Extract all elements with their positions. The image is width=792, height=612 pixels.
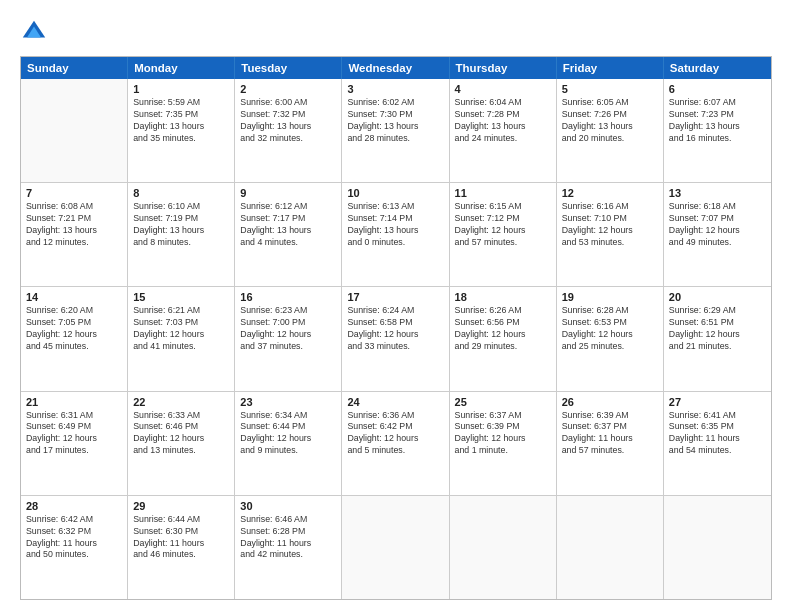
cell-info: Sunrise: 5:59 AM Sunset: 7:35 PM Dayligh… [133, 97, 229, 145]
cal-cell: 23Sunrise: 6:34 AM Sunset: 6:44 PM Dayli… [235, 392, 342, 495]
calendar: SundayMondayTuesdayWednesdayThursdayFrid… [20, 56, 772, 600]
day-number: 26 [562, 396, 658, 408]
cal-cell: 26Sunrise: 6:39 AM Sunset: 6:37 PM Dayli… [557, 392, 664, 495]
day-number: 18 [455, 291, 551, 303]
cal-header-cell: Tuesday [235, 57, 342, 79]
cell-info: Sunrise: 6:29 AM Sunset: 6:51 PM Dayligh… [669, 305, 766, 353]
cal-cell: 7Sunrise: 6:08 AM Sunset: 7:21 PM Daylig… [21, 183, 128, 286]
cal-cell [342, 496, 449, 599]
logo [20, 18, 52, 46]
day-number: 9 [240, 187, 336, 199]
day-number: 19 [562, 291, 658, 303]
cell-info: Sunrise: 6:02 AM Sunset: 7:30 PM Dayligh… [347, 97, 443, 145]
cal-cell: 3Sunrise: 6:02 AM Sunset: 7:30 PM Daylig… [342, 79, 449, 182]
cal-cell: 11Sunrise: 6:15 AM Sunset: 7:12 PM Dayli… [450, 183, 557, 286]
cell-info: Sunrise: 6:36 AM Sunset: 6:42 PM Dayligh… [347, 410, 443, 458]
cal-cell: 29Sunrise: 6:44 AM Sunset: 6:30 PM Dayli… [128, 496, 235, 599]
cal-cell: 30Sunrise: 6:46 AM Sunset: 6:28 PM Dayli… [235, 496, 342, 599]
cell-info: Sunrise: 6:41 AM Sunset: 6:35 PM Dayligh… [669, 410, 766, 458]
cell-info: Sunrise: 6:20 AM Sunset: 7:05 PM Dayligh… [26, 305, 122, 353]
cell-info: Sunrise: 6:12 AM Sunset: 7:17 PM Dayligh… [240, 201, 336, 249]
day-number: 27 [669, 396, 766, 408]
cell-info: Sunrise: 6:13 AM Sunset: 7:14 PM Dayligh… [347, 201, 443, 249]
cell-info: Sunrise: 6:46 AM Sunset: 6:28 PM Dayligh… [240, 514, 336, 562]
day-number: 11 [455, 187, 551, 199]
cal-cell: 21Sunrise: 6:31 AM Sunset: 6:49 PM Dayli… [21, 392, 128, 495]
cal-cell: 2Sunrise: 6:00 AM Sunset: 7:32 PM Daylig… [235, 79, 342, 182]
cal-header-cell: Friday [557, 57, 664, 79]
cal-row: 1Sunrise: 5:59 AM Sunset: 7:35 PM Daylig… [21, 79, 771, 182]
day-number: 21 [26, 396, 122, 408]
cal-cell: 27Sunrise: 6:41 AM Sunset: 6:35 PM Dayli… [664, 392, 771, 495]
cal-cell: 20Sunrise: 6:29 AM Sunset: 6:51 PM Dayli… [664, 287, 771, 390]
day-number: 10 [347, 187, 443, 199]
cell-info: Sunrise: 6:07 AM Sunset: 7:23 PM Dayligh… [669, 97, 766, 145]
cal-cell: 13Sunrise: 6:18 AM Sunset: 7:07 PM Dayli… [664, 183, 771, 286]
day-number: 25 [455, 396, 551, 408]
cell-info: Sunrise: 6:08 AM Sunset: 7:21 PM Dayligh… [26, 201, 122, 249]
cell-info: Sunrise: 6:10 AM Sunset: 7:19 PM Dayligh… [133, 201, 229, 249]
cal-cell [21, 79, 128, 182]
cell-info: Sunrise: 6:39 AM Sunset: 6:37 PM Dayligh… [562, 410, 658, 458]
logo-icon [20, 18, 48, 46]
day-number: 12 [562, 187, 658, 199]
day-number: 7 [26, 187, 122, 199]
cal-cell: 12Sunrise: 6:16 AM Sunset: 7:10 PM Dayli… [557, 183, 664, 286]
calendar-header-row: SundayMondayTuesdayWednesdayThursdayFrid… [21, 57, 771, 79]
cal-cell: 4Sunrise: 6:04 AM Sunset: 7:28 PM Daylig… [450, 79, 557, 182]
calendar-body: 1Sunrise: 5:59 AM Sunset: 7:35 PM Daylig… [21, 79, 771, 599]
header [20, 18, 772, 46]
cell-info: Sunrise: 6:37 AM Sunset: 6:39 PM Dayligh… [455, 410, 551, 458]
day-number: 17 [347, 291, 443, 303]
cal-row: 28Sunrise: 6:42 AM Sunset: 6:32 PM Dayli… [21, 495, 771, 599]
cal-cell: 22Sunrise: 6:33 AM Sunset: 6:46 PM Dayli… [128, 392, 235, 495]
day-number: 13 [669, 187, 766, 199]
day-number: 30 [240, 500, 336, 512]
cal-row: 21Sunrise: 6:31 AM Sunset: 6:49 PM Dayli… [21, 391, 771, 495]
cell-info: Sunrise: 6:21 AM Sunset: 7:03 PM Dayligh… [133, 305, 229, 353]
page: SundayMondayTuesdayWednesdayThursdayFrid… [0, 0, 792, 612]
day-number: 20 [669, 291, 766, 303]
cal-cell: 28Sunrise: 6:42 AM Sunset: 6:32 PM Dayli… [21, 496, 128, 599]
cal-cell: 1Sunrise: 5:59 AM Sunset: 7:35 PM Daylig… [128, 79, 235, 182]
day-number: 16 [240, 291, 336, 303]
cal-cell: 25Sunrise: 6:37 AM Sunset: 6:39 PM Dayli… [450, 392, 557, 495]
day-number: 6 [669, 83, 766, 95]
cal-row: 14Sunrise: 6:20 AM Sunset: 7:05 PM Dayli… [21, 286, 771, 390]
cal-header-cell: Saturday [664, 57, 771, 79]
cell-info: Sunrise: 6:15 AM Sunset: 7:12 PM Dayligh… [455, 201, 551, 249]
cal-header-cell: Sunday [21, 57, 128, 79]
cal-cell: 14Sunrise: 6:20 AM Sunset: 7:05 PM Dayli… [21, 287, 128, 390]
cal-cell: 5Sunrise: 6:05 AM Sunset: 7:26 PM Daylig… [557, 79, 664, 182]
cell-info: Sunrise: 6:34 AM Sunset: 6:44 PM Dayligh… [240, 410, 336, 458]
cell-info: Sunrise: 6:42 AM Sunset: 6:32 PM Dayligh… [26, 514, 122, 562]
day-number: 28 [26, 500, 122, 512]
cal-cell: 16Sunrise: 6:23 AM Sunset: 7:00 PM Dayli… [235, 287, 342, 390]
cell-info: Sunrise: 6:18 AM Sunset: 7:07 PM Dayligh… [669, 201, 766, 249]
cell-info: Sunrise: 6:16 AM Sunset: 7:10 PM Dayligh… [562, 201, 658, 249]
day-number: 2 [240, 83, 336, 95]
cell-info: Sunrise: 6:33 AM Sunset: 6:46 PM Dayligh… [133, 410, 229, 458]
cal-row: 7Sunrise: 6:08 AM Sunset: 7:21 PM Daylig… [21, 182, 771, 286]
day-number: 22 [133, 396, 229, 408]
cal-cell: 8Sunrise: 6:10 AM Sunset: 7:19 PM Daylig… [128, 183, 235, 286]
cell-info: Sunrise: 6:44 AM Sunset: 6:30 PM Dayligh… [133, 514, 229, 562]
day-number: 4 [455, 83, 551, 95]
cal-header-cell: Wednesday [342, 57, 449, 79]
cell-info: Sunrise: 6:31 AM Sunset: 6:49 PM Dayligh… [26, 410, 122, 458]
cell-info: Sunrise: 6:28 AM Sunset: 6:53 PM Dayligh… [562, 305, 658, 353]
cal-header-cell: Monday [128, 57, 235, 79]
cal-cell [557, 496, 664, 599]
day-number: 24 [347, 396, 443, 408]
day-number: 15 [133, 291, 229, 303]
cell-info: Sunrise: 6:26 AM Sunset: 6:56 PM Dayligh… [455, 305, 551, 353]
day-number: 1 [133, 83, 229, 95]
cal-cell [664, 496, 771, 599]
cal-cell: 18Sunrise: 6:26 AM Sunset: 6:56 PM Dayli… [450, 287, 557, 390]
day-number: 8 [133, 187, 229, 199]
day-number: 5 [562, 83, 658, 95]
day-number: 23 [240, 396, 336, 408]
day-number: 3 [347, 83, 443, 95]
cell-info: Sunrise: 6:04 AM Sunset: 7:28 PM Dayligh… [455, 97, 551, 145]
day-number: 29 [133, 500, 229, 512]
